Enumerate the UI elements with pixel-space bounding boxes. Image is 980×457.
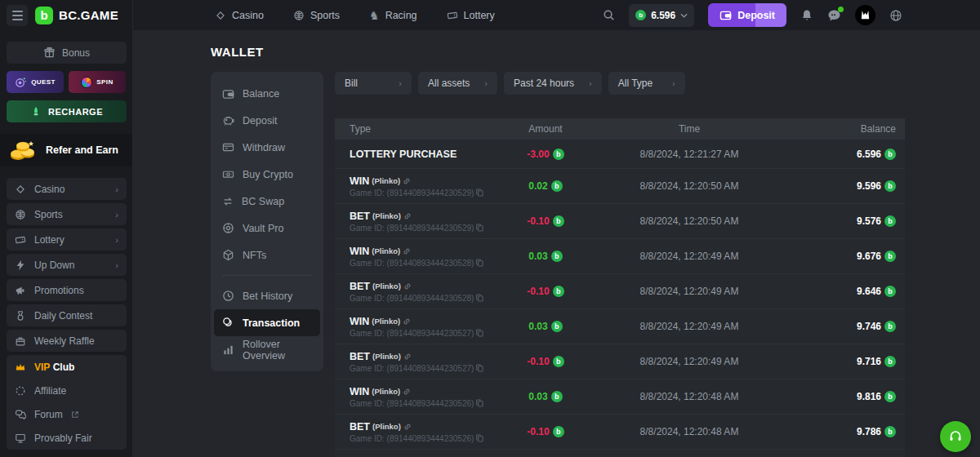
nav-racing[interactable]: ♞ Racing <box>369 10 416 21</box>
link-icon[interactable] <box>403 177 411 185</box>
filter-dropdown[interactable]: Past 24 hours › <box>504 72 602 95</box>
amount-value: -0.10 <box>527 286 549 297</box>
sports-icon <box>293 10 305 21</box>
sidebar-item-weekly-raffle[interactable]: Weekly Raffle <box>7 330 127 352</box>
spin-button[interactable]: SPIN <box>69 71 126 93</box>
sidebar-item-updown[interactable]: Up Down › <box>7 254 127 276</box>
wallet-nav-nfts[interactable]: NFTs <box>214 242 320 268</box>
filter-dropdown[interactable]: All assets › <box>418 72 497 95</box>
copy-icon[interactable] <box>476 364 483 372</box>
bc-coin-icon <box>884 180 896 192</box>
wallet-nav-bc-swap[interactable]: BC Swap <box>214 188 320 215</box>
chat-icon[interactable] <box>827 9 841 22</box>
nav-sports[interactable]: Sports <box>293 10 340 21</box>
bc-coin-icon <box>884 321 896 332</box>
copy-icon[interactable] <box>476 434 483 442</box>
copy-icon[interactable] <box>476 224 483 232</box>
balance-value: 9.576 <box>857 215 881 227</box>
wallet-nav-buy-crypto[interactable]: Buy Crypto <box>214 161 320 188</box>
quest-target-icon <box>15 76 27 88</box>
amount-value: 0.03 <box>528 321 547 332</box>
header-controls: 6.596 Deposit <box>603 3 902 27</box>
sidebar-item-vip-club[interactable]: VIP Club <box>7 355 127 379</box>
filter-bar: Bill › All assets › Past 24 hours <box>335 72 905 95</box>
bc-coin-icon <box>553 215 564 227</box>
time-value: 8/8/2024, 12:20:49 AM <box>595 286 784 297</box>
sidebar-item-daily-contest[interactable]: Daily Contest <box>7 304 127 326</box>
table-row: LOTTERY PURCHASE <box>335 140 905 169</box>
nav-casino[interactable]: Casino <box>215 10 264 21</box>
link-icon[interactable] <box>403 353 412 361</box>
balance-dropdown[interactable]: 6.596 <box>629 4 694 27</box>
top-nav: Casino Sports ♞ Racing Lottery <box>215 10 495 21</box>
filter-dropdown[interactable]: Bill › <box>335 72 412 95</box>
quest-button[interactable]: QUEST <box>7 71 64 93</box>
time-value: 8/8/2024, 12:20:48 AM <box>595 391 784 402</box>
wallet-nav-label: Withdraw <box>243 142 285 153</box>
gift-icon <box>43 47 56 59</box>
sidebar-item-label: Daily Contest <box>34 310 118 322</box>
copy-icon[interactable] <box>476 259 483 267</box>
transaction-type: WIN <box>350 246 369 257</box>
wallet-nav-transaction[interactable]: Transaction <box>214 309 320 336</box>
bc-coin-icon <box>553 149 564 160</box>
wallet-nav-bet-history[interactable]: Bet History <box>214 282 320 309</box>
hamburger-menu-icon[interactable] <box>7 5 28 26</box>
transaction-type: BET <box>350 421 370 433</box>
sidebar-item-affiliate[interactable]: Affiliate <box>7 379 127 402</box>
bcgame-logo[interactable]: b BC.GAME <box>35 7 118 24</box>
sidebar-item-promotions[interactable]: Promotions <box>7 279 127 301</box>
sidebar-item-lottery[interactable]: Lottery › <box>7 228 127 251</box>
link-icon[interactable] <box>403 317 411 326</box>
lightning-icon <box>15 260 26 271</box>
amount-value: -0.10 <box>527 426 549 437</box>
column-amount: Amount <box>497 123 595 135</box>
recharge-label: RECHARGE <box>48 107 103 117</box>
copy-icon[interactable] <box>476 329 483 337</box>
game-name: (Plinko) <box>372 317 400 326</box>
link-icon[interactable] <box>403 282 412 291</box>
support-chat-button[interactable] <box>940 421 971 452</box>
copy-icon[interactable] <box>476 189 483 197</box>
wallet-nav-withdraw[interactable]: Withdraw <box>214 134 320 161</box>
link-icon[interactable] <box>403 423 412 431</box>
sidebar-item-casino[interactable]: Casino › <box>7 178 127 200</box>
language-globe-icon[interactable] <box>889 9 902 22</box>
user-avatar[interactable] <box>855 5 875 25</box>
card-icon <box>222 142 234 153</box>
copy-icon[interactable] <box>476 399 483 407</box>
deposit-button[interactable]: Deposit <box>708 3 786 27</box>
chevron-right-icon: › <box>115 184 118 194</box>
wallet-nav-deposit[interactable]: Deposit <box>214 107 320 134</box>
wallet-nav-vault-pro[interactable]: Vault Pro <box>214 215 320 242</box>
sidebar-item-label: Sports <box>34 209 107 220</box>
bc-coin-icon <box>551 180 563 192</box>
search-icon[interactable] <box>603 9 615 21</box>
recharge-button[interactable]: RECHARGE <box>7 100 127 122</box>
sidebar-item-label: Up Down <box>34 260 107 271</box>
notifications-bell-icon[interactable] <box>800 9 813 22</box>
wallet-nav-balance[interactable]: Balance <box>214 80 320 107</box>
sidebar-item-forum[interactable]: Forum <box>7 402 127 426</box>
copy-icon[interactable] <box>476 294 483 302</box>
nav-lottery[interactable]: Lottery <box>447 10 495 21</box>
sidebar-item-sports[interactable]: Sports › <box>7 203 127 225</box>
link-icon[interactable] <box>403 212 412 220</box>
chevron-right-icon: › <box>672 78 675 88</box>
link-icon[interactable] <box>403 388 411 396</box>
bc-coin-icon <box>553 356 564 367</box>
chevron-down-icon <box>680 13 688 18</box>
wallet-nav-label: BC Swap <box>242 196 284 207</box>
game-name: (Plinko) <box>372 387 400 396</box>
link-icon[interactable] <box>403 247 411 255</box>
refer-and-earn[interactable]: Refer and Earn <box>0 134 132 166</box>
table-row: WIN (Plinko) <box>335 450 905 457</box>
sports-icon <box>15 209 26 220</box>
refer-label: Refer and Earn <box>46 144 118 156</box>
filter-dropdown[interactable]: All Type › <box>608 72 685 95</box>
external-link-icon <box>71 410 79 419</box>
time-value: 8/8/2024, 12:20:49 AM <box>595 356 784 367</box>
bonus-button[interactable]: Bonus <box>7 42 127 64</box>
wallet-nav-rollover-overview[interactable]: Rollover Overview <box>214 336 320 363</box>
sidebar-item-provably-fair[interactable]: Provably Fair <box>7 426 127 450</box>
